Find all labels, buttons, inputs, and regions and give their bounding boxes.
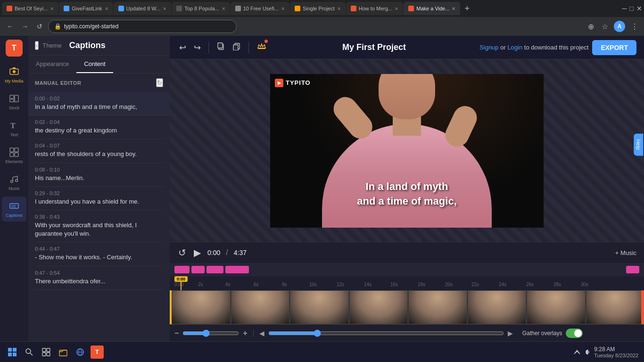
- caption-text-4: I understand you have a shield for me.: [35, 197, 163, 206]
- sidebar-item-stock[interactable]: Stock: [2, 89, 26, 114]
- playhead-badge: 0:00: [174, 276, 188, 282]
- new-tab-button[interactable]: +: [461, 4, 473, 14]
- sidebar-item-captions[interactable]: CC Captions: [2, 197, 26, 222]
- time-marker-14s: 14s: [364, 282, 372, 287]
- network-icon: [573, 348, 581, 356]
- thumb-4[interactable]: [349, 290, 408, 324]
- bookmark-button[interactable]: ☆: [600, 21, 610, 32]
- gather-overlays-toggle[interactable]: [566, 329, 583, 338]
- clip-bar-4[interactable]: [225, 266, 249, 273]
- caption-item-1[interactable]: 0:02 - 0:04 the destiny of a great kingd…: [35, 115, 163, 139]
- clip-bar-2[interactable]: [191, 266, 205, 273]
- project-title: My First Project: [269, 42, 479, 52]
- clip-bar-end[interactable]: [626, 266, 639, 273]
- crown-button[interactable]: [255, 39, 269, 56]
- back-to-theme-button[interactable]: ‹: [35, 41, 39, 50]
- thumb-1[interactable]: [172, 290, 231, 324]
- thumb-2[interactable]: [231, 290, 290, 324]
- tab-4[interactable]: Top 8 Popula... ✕: [172, 2, 230, 15]
- sidebar-item-my-media[interactable]: My Media: [2, 62, 26, 87]
- app-logo[interactable]: T: [6, 40, 23, 57]
- export-button[interactable]: EXPORT: [592, 40, 636, 55]
- thumb-7[interactable]: [527, 290, 586, 324]
- tab-close-1[interactable]: ✕: [50, 6, 54, 11]
- thumb-8[interactable]: [586, 290, 642, 324]
- refresh-nav-button[interactable]: ↺: [34, 21, 45, 32]
- play-button[interactable]: ▶: [193, 246, 202, 259]
- tab-close-4[interactable]: ✕: [222, 6, 225, 11]
- tab-2[interactable]: GiveFastLink ✕: [59, 2, 113, 15]
- caption-item-4[interactable]: 0:29 - 0:32 I understand you have a shie…: [35, 187, 163, 210]
- tab-content[interactable]: Content: [76, 56, 113, 73]
- scroll-left-button[interactable]: ◀: [259, 329, 264, 337]
- toolbar-separator-2: [248, 42, 249, 53]
- svg-rect-10: [15, 153, 18, 156]
- tab-close-3[interactable]: ✕: [163, 6, 166, 11]
- refresh-captions-button[interactable]: ↻: [156, 78, 163, 87]
- typito-taskbar-button[interactable]: T: [91, 346, 104, 359]
- help-tab[interactable]: Help: [634, 133, 644, 156]
- restart-button[interactable]: ↺: [177, 246, 187, 259]
- zoom-out-button[interactable]: −: [174, 329, 179, 337]
- caption-item-5[interactable]: 0:38 - 0:43 With your swordcraft and thi…: [35, 210, 163, 242]
- paste-button[interactable]: [231, 40, 243, 55]
- menu-button[interactable]: ⋮: [629, 21, 640, 32]
- tab-8-active[interactable]: Make a Vide... ✕: [404, 2, 460, 15]
- thumb-3[interactable]: [290, 290, 349, 324]
- tab-close-6[interactable]: ✕: [337, 6, 341, 11]
- maximize-button[interactable]: □: [630, 5, 634, 12]
- signup-link[interactable]: Signup: [479, 44, 498, 51]
- system-tray: 9:28 AM Tuesday 8/23/2022: [573, 346, 638, 358]
- extensions-button[interactable]: ⊕: [586, 21, 596, 32]
- caption-item-7[interactable]: 0:47 - 0:54 There umbeittendra ofer...: [35, 266, 163, 290]
- redo-button[interactable]: ↪: [192, 41, 203, 55]
- address-bar[interactable]: 🔒 typito.com/get-started: [48, 20, 237, 33]
- clip-bar-3[interactable]: [206, 266, 223, 273]
- profile-button[interactable]: A: [614, 21, 625, 32]
- text-label: Text: [10, 132, 18, 137]
- svg-rect-7: [10, 148, 14, 152]
- current-time: 0:00: [207, 249, 220, 256]
- caption-item-2[interactable]: 0:04 - 0:07 rests of the shoulders of a …: [35, 139, 163, 163]
- tab-close-5[interactable]: ✕: [281, 6, 285, 11]
- captions-icon: CC: [8, 200, 20, 212]
- sidebar-item-text[interactable]: T Text: [2, 116, 26, 141]
- add-music-button[interactable]: + Music: [615, 249, 636, 256]
- timeline-scroll-bar[interactable]: [268, 329, 504, 337]
- svg-marker-5: [10, 98, 13, 99]
- tab-close-7[interactable]: ✕: [395, 6, 398, 11]
- tab-appearance[interactable]: Appearance: [28, 56, 76, 73]
- close-button[interactable]: ✕: [636, 5, 642, 12]
- explorer-taskbar-button[interactable]: [57, 346, 70, 359]
- tab-5[interactable]: 10 Free Usefi... ✕: [231, 2, 289, 15]
- tab-close-8[interactable]: ✕: [452, 6, 455, 11]
- zoom-in-button[interactable]: +: [243, 329, 247, 337]
- thumb-5[interactable]: [408, 290, 467, 324]
- caption-item-6[interactable]: 0:44 - 0:47 - Show me how it works. - Ce…: [35, 242, 163, 266]
- back-nav-button[interactable]: ←: [4, 21, 16, 32]
- clip-bar-1[interactable]: [174, 266, 190, 273]
- caption-text-5: With your swordcraft and this shield, I …: [35, 221, 163, 238]
- login-link[interactable]: Login: [507, 44, 522, 51]
- tab-close-2[interactable]: ✕: [105, 6, 108, 11]
- minimize-button[interactable]: ─: [622, 5, 627, 12]
- scroll-right-button[interactable]: ▶: [508, 329, 513, 337]
- forward-nav-button[interactable]: →: [19, 21, 31, 32]
- tab-1[interactable]: Best Of Seyi... ✕: [2, 2, 58, 15]
- browser-taskbar-button[interactable]: [74, 346, 87, 359]
- tab-7[interactable]: How to Merg... ✕: [346, 2, 404, 15]
- search-taskbar-button[interactable]: [23, 346, 36, 359]
- thumb-6[interactable]: [468, 290, 527, 324]
- task-view-button[interactable]: [40, 346, 53, 359]
- sidebar-item-elements[interactable]: Elements: [2, 143, 26, 168]
- time-marker-10s: 10s: [309, 282, 317, 287]
- copy-button[interactable]: [215, 40, 227, 55]
- sidebar-item-music[interactable]: Music: [2, 170, 26, 195]
- start-button[interactable]: [6, 346, 19, 359]
- undo-button[interactable]: ↩: [177, 41, 188, 55]
- caption-item-0[interactable]: 0:00 - 0:02 In a land of myth and a time…: [28, 92, 170, 115]
- tab-3[interactable]: Updated 8 W... ✕: [114, 2, 172, 15]
- tab-6[interactable]: Single Project ✕: [290, 2, 346, 15]
- zoom-slider[interactable]: [182, 329, 239, 337]
- caption-item-3[interactable]: 0:08 - 0:10 His name...Merlin.: [35, 163, 163, 187]
